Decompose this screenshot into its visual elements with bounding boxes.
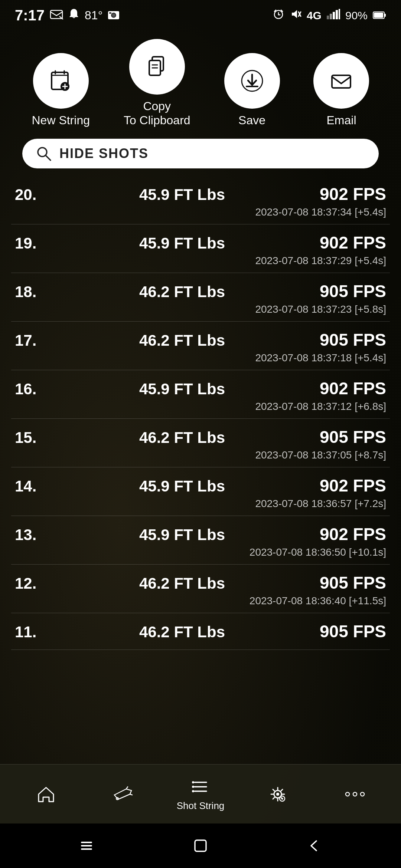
shot-fps: 902 FPS xyxy=(320,184,386,204)
svg-rect-34 xyxy=(81,842,92,843)
message-icon xyxy=(50,8,63,23)
search-icon xyxy=(36,145,52,162)
svg-point-33 xyxy=(361,792,364,796)
svg-rect-10 xyxy=(333,12,335,19)
svg-point-24 xyxy=(192,781,194,783)
shot-fps: 902 FPS xyxy=(320,378,386,398)
rifle-icon xyxy=(113,784,134,805)
shot-number: 15. xyxy=(15,429,45,447)
svg-rect-36 xyxy=(81,848,92,850)
temperature: 81° xyxy=(85,9,102,22)
shot-timestamp: 2023-07-08 18:37:18 [+5.4s] xyxy=(15,352,386,364)
hide-shots-button[interactable]: HIDE SHOTS xyxy=(22,139,379,168)
shot-number: 19. xyxy=(15,234,45,252)
shot-timestamp: 2023-07-08 18:36:57 [+7.2s] xyxy=(15,498,386,510)
shot-number: 11. xyxy=(15,623,45,641)
nav-shot-string[interactable]: Shot String xyxy=(162,776,239,812)
svg-rect-15 xyxy=(374,13,383,18)
shot-row-4[interactable]: 16. 45.9 FT Lbs 902 FPS 2023-07-08 18:37… xyxy=(11,370,390,419)
shot-list: 20. 45.9 FT Lbs 902 FPS 2023-07-08 18:37… xyxy=(0,176,401,764)
shot-fps: 902 FPS xyxy=(320,233,386,253)
shot-row-3[interactable]: 17. 46.2 FT Lbs 905 FPS 2023-07-08 18:37… xyxy=(11,322,390,370)
alarm-icon xyxy=(273,8,284,23)
nav-more[interactable] xyxy=(316,784,394,805)
signal-icon xyxy=(327,9,340,22)
shot-row-2[interactable]: 18. 46.2 FT Lbs 905 FPS 2023-07-08 18:37… xyxy=(11,273,390,322)
hide-shots-label: HIDE SHOTS xyxy=(59,146,149,161)
status-time: 7:17 xyxy=(15,7,45,24)
email-button[interactable]: Email xyxy=(313,53,369,127)
svg-rect-37 xyxy=(195,840,206,851)
shot-fps: 905 FPS xyxy=(320,573,386,593)
svg-point-30 xyxy=(281,798,283,799)
shot-energy: 46.2 FT Lbs xyxy=(45,575,320,592)
shot-fps: 905 FPS xyxy=(320,621,386,641)
shot-timestamp: 2023-07-08 18:36:50 [+10.1s] xyxy=(15,546,386,558)
recents-button[interactable] xyxy=(77,836,96,855)
shot-number: 17. xyxy=(15,332,45,349)
svg-rect-9 xyxy=(330,14,332,19)
search-bar-container: HIDE SHOTS xyxy=(0,135,401,176)
shot-energy: 46.2 FT Lbs xyxy=(45,623,320,641)
status-left: 7:17 81° xyxy=(15,7,120,24)
shot-string-label: Shot String xyxy=(177,800,225,812)
new-string-button[interactable]: New String xyxy=(32,53,90,127)
nav-rifle[interactable] xyxy=(85,784,162,805)
shot-energy: 45.9 FT Lbs xyxy=(45,186,320,204)
svg-rect-35 xyxy=(81,845,92,846)
svg-rect-11 xyxy=(336,10,338,19)
more-icon xyxy=(345,784,365,805)
shot-number: 16. xyxy=(15,380,45,398)
status-right: 4G 90% xyxy=(273,8,386,23)
shot-row-9[interactable]: 11. 46.2 FT Lbs 905 FPS xyxy=(11,613,390,650)
bell-icon xyxy=(68,8,79,23)
shot-row-8[interactable]: 12. 46.2 FT Lbs 905 FPS 2023-07-08 18:36… xyxy=(11,565,390,613)
battery-percent: 90% xyxy=(345,9,368,22)
nav-settings[interactable] xyxy=(239,784,316,805)
svg-rect-12 xyxy=(339,9,340,19)
shot-row-1[interactable]: 19. 45.9 FT Lbs 902 FPS 2023-07-08 18:37… xyxy=(11,224,390,273)
svg-rect-14 xyxy=(384,14,386,17)
shot-number: 12. xyxy=(15,575,45,592)
email-label: Email xyxy=(326,113,356,127)
copy-clipboard-button[interactable]: CopyTo Clipboard xyxy=(124,39,190,128)
svg-rect-21 xyxy=(332,75,351,88)
shot-energy: 46.2 FT Lbs xyxy=(45,332,320,349)
settings-icon xyxy=(267,784,288,805)
shot-timestamp: 2023-07-08 18:37:12 [+6.8s] xyxy=(15,401,386,412)
copy-clipboard-label: CopyTo Clipboard xyxy=(124,99,190,128)
svg-point-25 xyxy=(192,786,194,788)
shot-row-6[interactable]: 14. 45.9 FT Lbs 902 FPS 2023-07-08 18:36… xyxy=(11,467,390,516)
svg-rect-8 xyxy=(327,16,329,19)
shot-energy: 45.9 FT Lbs xyxy=(45,477,320,495)
shot-number: 20. xyxy=(15,186,45,204)
back-button[interactable] xyxy=(305,836,324,855)
svg-point-28 xyxy=(276,793,279,796)
system-nav xyxy=(0,823,401,868)
shot-timestamp: 2023-07-08 18:37:05 [+8.7s] xyxy=(15,449,386,461)
shot-energy: 45.9 FT Lbs xyxy=(45,526,320,544)
nav-home[interactable] xyxy=(7,784,85,805)
shot-row-5[interactable]: 15. 46.2 FT Lbs 905 FPS 2023-07-08 18:37… xyxy=(11,419,390,467)
shot-fps: 905 FPS xyxy=(320,330,386,350)
shot-row-0[interactable]: 20. 45.9 FT Lbs 902 FPS 2023-07-08 18:37… xyxy=(11,176,390,224)
shot-row-7[interactable]: 13. 45.9 FT Lbs 902 FPS 2023-07-08 18:36… xyxy=(11,516,390,565)
shot-timestamp: 2023-07-08 18:36:40 [+11.5s] xyxy=(15,595,386,607)
save-button[interactable]: Save xyxy=(224,53,280,127)
home-icon xyxy=(36,784,56,805)
shot-fps: 905 FPS xyxy=(320,427,386,447)
shot-fps: 902 FPS xyxy=(320,476,386,496)
shot-number: 14. xyxy=(15,477,45,495)
battery-icon xyxy=(373,9,386,22)
home-system-button[interactable] xyxy=(191,836,210,855)
network-icon: 4G xyxy=(307,9,322,22)
shot-number: 18. xyxy=(15,283,45,301)
save-label: Save xyxy=(238,113,265,127)
list-icon xyxy=(190,776,211,797)
shot-energy: 45.9 FT Lbs xyxy=(45,380,320,398)
mute-icon xyxy=(290,8,301,23)
action-row: New String CopyTo Clipboard xyxy=(0,28,401,135)
bottom-nav: Shot String xyxy=(0,764,401,823)
shot-fps: 905 FPS xyxy=(320,281,386,301)
svg-point-22 xyxy=(38,148,47,157)
